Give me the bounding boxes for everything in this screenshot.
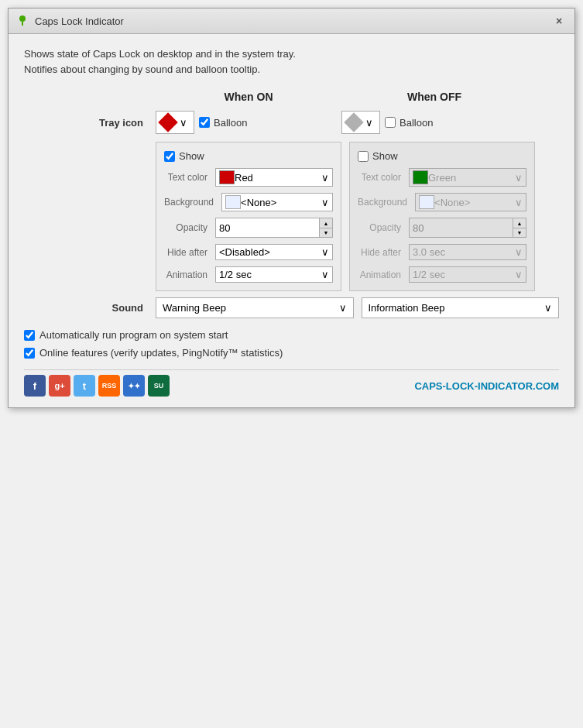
osd-on-show-label[interactable]: Show [164,150,204,162]
osd-on-show-checkbox[interactable] [164,151,175,162]
description: Shows state of Caps Lock on desktop and … [24,46,559,77]
title-bar-left: Caps Lock Indicator [16,15,124,27]
anim-on-row: Animation 1/2 sec ∨ [164,266,333,283]
opacity-on-label: Opacity [164,222,211,233]
osd-off-show-text: Show [372,150,398,162]
hide-on-row: Hide after <Disabled> ∨ [164,244,333,260]
delicious-icon[interactable]: ✦✦ [123,375,145,397]
sound-off-value: Information Beep [369,302,445,314]
autorun-label: Automatically run program on system star… [39,329,228,341]
description-line1: Shows state of Caps Lock on desktop and … [24,46,559,62]
anim-on-value: 1/2 sec [219,269,321,280]
columns-header: When ON When OFF [156,91,559,103]
tray-on-balloon-text: Balloon [214,117,247,129]
text-color-on-row: Text color Red ∨ [164,168,333,187]
anim-off-dropdown[interactable]: 1/2 sec ∨ [409,266,526,283]
opacity-off-spin-buttons: ▲ ▼ [513,218,526,237]
tray-off-balloon-checkbox[interactable] [385,117,396,128]
red-diamond-icon [158,112,177,132]
anim-on-dropdown[interactable]: 1/2 sec ∨ [215,266,333,283]
rss-label: RSS [102,382,117,390]
tray-label: Tray icon [24,117,156,129]
googleplus-icon[interactable]: g+ [49,375,70,397]
bg-off-dropdown[interactable]: <None> ∨ [415,193,526,211]
opacity-off-input[interactable]: 80 [410,218,513,237]
hide-on-value: <Disabled> [219,246,321,258]
opacity-on-spinbox: 80 ▲ ▼ [215,218,333,238]
anim-off-row: Animation 1/2 sec ∨ [358,266,526,283]
text-color-off-value: Green [428,172,515,184]
opacity-off-label: Opacity [358,222,404,233]
tray-off-balloon-label[interactable]: Balloon [385,117,433,129]
opacity-off-row: Opacity 80 ▲ ▼ [358,218,526,238]
googleplus-label: g+ [54,381,64,390]
sound-label: Sound [24,302,156,314]
hide-off-arrow: ∨ [515,246,523,258]
text-color-off-arrow: ∨ [515,172,523,184]
red-swatch [219,170,235,184]
text-color-on-dropdown[interactable]: Red ∨ [215,168,333,187]
osd-on-panel: Show Text color Red ∨ Background [156,142,341,291]
hide-on-arrow: ∨ [321,246,329,258]
sound-off-dropdown[interactable]: Information Beep ∨ [362,297,560,318]
close-button[interactable]: × [551,13,567,29]
anim-off-label: Animation [358,270,404,280]
tray-on-balloon-checkbox[interactable] [199,117,210,128]
bg-off-row: Background <None> ∨ [358,193,526,211]
description-line2: Notifies about changing by sound and bal… [24,62,559,77]
osd-on-show-text: Show [179,150,204,162]
anim-on-arrow: ∨ [321,269,329,280]
svg-point-0 [19,15,26,22]
stumbleupon-icon[interactable]: SU [148,375,170,397]
hide-off-dropdown[interactable]: 3.0 sec ∨ [409,244,526,260]
opacity-on-input[interactable]: 80 [216,218,319,237]
twitter-label: t [83,380,86,392]
facebook-icon[interactable]: f [24,375,46,397]
autorun-row: Automatically run program on system star… [24,329,559,341]
website-link[interactable]: CAPS-LOCK-INDICATOR.COM [414,380,559,392]
autorun-checkbox[interactable] [24,330,35,341]
text-color-on-arrow: ∨ [321,172,329,184]
opacity-on-down[interactable]: ▼ [320,228,332,237]
osd-off-show-row: Show [358,150,526,162]
opacity-off-up[interactable]: ▲ [513,218,526,228]
text-color-off-dropdown[interactable]: Green ∨ [409,168,526,187]
opacity-on-up[interactable]: ▲ [320,218,332,228]
text-color-off-row: Text color Green ∨ [358,168,526,187]
stumbleupon-label: SU [154,382,164,390]
tray-row: Tray icon ∨ Balloon ∨ [24,111,559,134]
bg-on-swatch [225,195,241,209]
twitter-icon[interactable]: t [74,375,95,397]
bg-off-swatch [419,195,434,209]
hide-on-dropdown[interactable]: <Disabled> ∨ [215,244,333,260]
sound-on-dropdown[interactable]: Warning Beep ∨ [156,297,354,318]
rss-icon[interactable]: RSS [98,375,120,397]
text-color-off-label: Text color [358,172,404,183]
anim-off-arrow: ∨ [515,269,523,280]
bg-on-arrow: ∨ [321,197,329,208]
footer-checks: Automatically run program on system star… [24,329,559,359]
osd-off-show-checkbox[interactable] [358,151,369,162]
social-icons: f g+ t RSS ✦✦ SU [24,375,170,397]
anim-off-value: 1/2 sec [413,269,515,280]
sound-on-arrow: ∨ [339,302,347,314]
osd-off-panel: Show Text color Green ∨ Background [349,142,535,291]
sound-off-arrow: ∨ [544,302,552,314]
main-window: Caps Lock Indicator × Shows state of Cap… [8,8,575,408]
gray-diamond-icon [344,112,363,132]
bg-on-value: <None> [241,197,321,208]
tray-on-dropdown[interactable]: ∨ [156,111,194,134]
tray-on-balloon-label[interactable]: Balloon [199,117,247,129]
osd-off-show-label[interactable]: Show [358,150,398,162]
app-icon [16,15,29,27]
tray-off-dropdown[interactable]: ∨ [341,111,380,134]
bg-off-arrow: ∨ [515,197,523,208]
tray-off-balloon-text: Balloon [400,117,433,129]
delicious-label: ✦✦ [128,382,140,390]
opacity-off-down[interactable]: ▼ [513,228,526,237]
sound-row: Sound Warning Beep ∨ Information Beep ∨ [24,297,559,318]
online-checkbox[interactable] [24,348,35,359]
bg-on-dropdown[interactable]: <None> ∨ [221,193,333,211]
opacity-on-row: Opacity 80 ▲ ▼ [164,218,333,238]
sound-on-value: Warning Beep [163,302,226,314]
